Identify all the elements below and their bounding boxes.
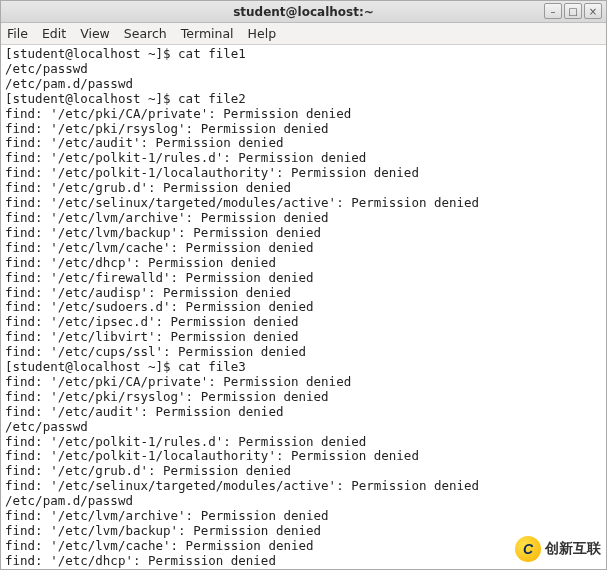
watermark-logo-icon: C (515, 536, 541, 562)
menu-terminal[interactable]: Terminal (181, 26, 234, 41)
watermark-text: 创新互联 (545, 540, 601, 558)
window-title: student@localhost:~ (1, 5, 606, 19)
window-controls: – □ × (544, 3, 602, 19)
close-button[interactable]: × (584, 3, 602, 19)
menu-view[interactable]: View (80, 26, 110, 41)
menubar: File Edit View Search Terminal Help (1, 23, 606, 45)
minimize-button[interactable]: – (544, 3, 562, 19)
terminal-window: student@localhost:~ – □ × File Edit View… (0, 0, 607, 570)
menu-file[interactable]: File (7, 26, 28, 41)
menu-edit[interactable]: Edit (42, 26, 66, 41)
watermark: C 创新互联 (509, 532, 607, 566)
terminal-content[interactable]: [student@localhost ~]$ cat file1 /etc/pa… (1, 45, 606, 569)
titlebar: student@localhost:~ – □ × (1, 1, 606, 23)
menu-help[interactable]: Help (248, 26, 277, 41)
menu-search[interactable]: Search (124, 26, 167, 41)
maximize-button[interactable]: □ (564, 3, 582, 19)
